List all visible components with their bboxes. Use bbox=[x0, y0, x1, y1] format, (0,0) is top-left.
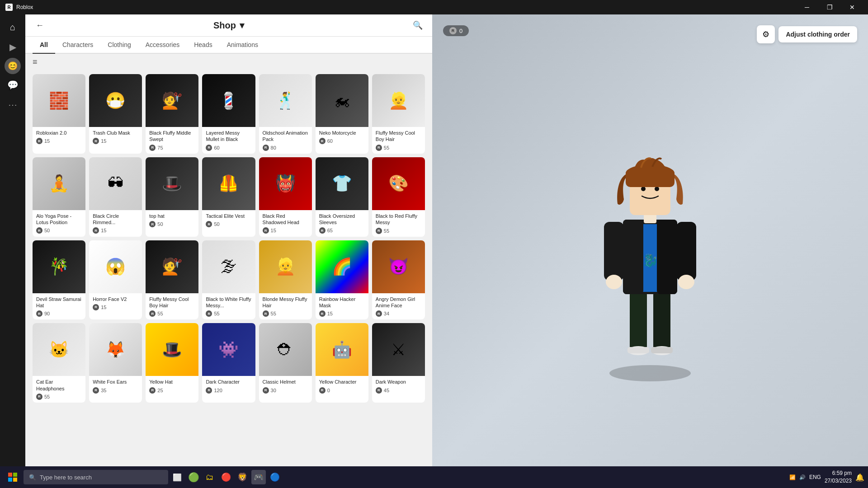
start-button[interactable] bbox=[4, 468, 22, 486]
tab-characters[interactable]: Characters bbox=[55, 37, 100, 54]
robux-coin-icon: R bbox=[149, 310, 156, 317]
svg-rect-10 bbox=[657, 220, 677, 294]
item-card[interactable]: 🐱Cat Ear HeadphonesR55 bbox=[33, 323, 85, 403]
item-name: Black to Red Fluffy Messy bbox=[376, 213, 421, 226]
item-card[interactable]: 🌈Rainbow Hacker MaskR15 bbox=[316, 240, 368, 320]
price-value: 15 bbox=[327, 311, 333, 316]
price-value: 65 bbox=[327, 228, 333, 233]
play-icon: ▶ bbox=[9, 42, 16, 52]
sidebar-item-chat[interactable]: 💬 bbox=[4, 76, 22, 94]
robux-coin-icon: R bbox=[263, 387, 269, 394]
item-thumbnail: 👹 bbox=[259, 157, 312, 210]
item-info: Black Fluffy Middle SweptR75 bbox=[146, 127, 198, 154]
item-card[interactable]: 🏍Neko MotorcycleR60 bbox=[316, 74, 368, 154]
item-card[interactable]: 👱Blonde Messy Fluffy HairR55 bbox=[259, 240, 312, 320]
item-price: R60 bbox=[319, 138, 365, 144]
item-info: Black Oversized SleevesR65 bbox=[316, 210, 368, 237]
item-name: Black Fluffy Middle Swept bbox=[149, 130, 195, 143]
item-name: Black to White Fluffy Messy... bbox=[206, 296, 251, 309]
item-thumbnail: 🎩 bbox=[146, 157, 198, 210]
item-name: Cat Ear Headphones bbox=[36, 379, 82, 392]
item-card[interactable]: 👹Black Red Shadowed HeadR15 bbox=[259, 157, 312, 237]
windows-icon bbox=[8, 472, 18, 482]
item-card[interactable]: 🌫Black to White Fluffy Messy...R55 bbox=[202, 240, 255, 320]
taskbar-spotify[interactable]: 🟢 bbox=[186, 470, 201, 484]
price-value: 55 bbox=[44, 394, 50, 399]
notification-icon[interactable]: 🔔 bbox=[855, 473, 864, 482]
item-card[interactable]: 🕶Black Circle Rimmed...R15 bbox=[89, 157, 142, 237]
item-card[interactable]: ⛑Classic HelmetR30 bbox=[259, 323, 312, 403]
taskbar-app6[interactable]: 🔵 bbox=[268, 470, 282, 484]
sidebar-item-home[interactable]: ⌂ bbox=[4, 18, 22, 36]
sidebar-item-more[interactable]: ⋯ bbox=[4, 96, 22, 114]
tab-accessories[interactable]: Accessories bbox=[138, 37, 187, 54]
sidebar-item-play[interactable]: ▶ bbox=[4, 38, 22, 56]
shop-title-button[interactable]: Shop ▾ bbox=[52, 20, 405, 31]
item-card[interactable]: 🦊White Fox EarsR35 bbox=[89, 323, 142, 403]
item-thumbnail: 💇 bbox=[146, 240, 198, 293]
task-view-icon: ⬜ bbox=[173, 473, 182, 482]
robux-coin-icon: R bbox=[263, 310, 269, 317]
item-info: Black to Red Fluffy MessyR55 bbox=[372, 210, 425, 237]
item-info: Yellow HatR25 bbox=[146, 376, 198, 396]
item-card[interactable]: 👱Fluffy Messy Cool Boy HairR55 bbox=[372, 74, 425, 154]
price-value: 15 bbox=[101, 138, 106, 144]
tab-all[interactable]: All bbox=[33, 37, 55, 54]
item-card[interactable]: 😱Horror Face V2R15 bbox=[89, 240, 142, 320]
tab-heads[interactable]: Heads bbox=[187, 37, 219, 54]
restore-button[interactable]: ❐ bbox=[819, 0, 840, 14]
item-card[interactable]: 🎋Devil Straw Samurai HatR90 bbox=[33, 240, 85, 320]
taskbar-opera[interactable]: 🔴 bbox=[219, 470, 233, 484]
price-value: 50 bbox=[214, 221, 219, 227]
item-thumbnail: 🌫 bbox=[202, 240, 255, 293]
item-card[interactable]: ⚔Dark WeaponR45 bbox=[372, 323, 425, 403]
item-card[interactable]: 😷Trash Club MaskR15 bbox=[89, 74, 142, 154]
item-card[interactable]: 🤖Yellow CharacterR0 bbox=[316, 323, 368, 403]
search-button[interactable]: 🔍 bbox=[410, 18, 425, 33]
item-name: Robloxian 2.0 bbox=[36, 130, 82, 136]
robux-coin-icon: R bbox=[319, 138, 326, 144]
robux-coin-icon: R bbox=[263, 227, 269, 234]
price-value: 45 bbox=[384, 388, 389, 393]
item-card[interactable]: 💈Layered Messy Mullet in BlackR60 bbox=[202, 74, 255, 154]
avatar[interactable]: 😊 bbox=[5, 58, 21, 74]
back-button[interactable]: ← bbox=[33, 18, 47, 33]
price-value: 30 bbox=[271, 388, 276, 393]
item-card[interactable]: 🎩Yellow HatR25 bbox=[146, 323, 198, 403]
item-price: R25 bbox=[149, 387, 195, 394]
item-card[interactable]: 👾Dark CharacterR120 bbox=[202, 323, 255, 403]
item-card[interactable]: 👕Black Oversized SleevesR65 bbox=[316, 157, 368, 237]
item-price: R55 bbox=[36, 394, 82, 400]
item-card[interactable]: 🧘Alo Yoga Pose - Lotus PositionR50 bbox=[33, 157, 85, 237]
item-card[interactable]: 🧱Robloxian 2.0R15 bbox=[33, 74, 85, 154]
filter-icon[interactable]: ≡ bbox=[33, 57, 38, 67]
more-icon: ⋯ bbox=[8, 99, 17, 110]
nav-tabs: All Characters Clothing Accessories Head… bbox=[25, 37, 432, 54]
item-name: Layered Messy Mullet in Black bbox=[206, 130, 251, 143]
tab-animations[interactable]: Animations bbox=[220, 37, 265, 54]
taskbar-roblox[interactable]: 🎮 bbox=[251, 470, 266, 484]
svg-rect-2 bbox=[653, 292, 670, 351]
close-button[interactable]: ✕ bbox=[842, 0, 863, 14]
item-card[interactable]: 🦺Tactical Elite VestR50 bbox=[202, 157, 255, 237]
adjust-clothing-button[interactable]: Adjust clothing order bbox=[778, 26, 857, 42]
item-card[interactable]: 🕺Oldschool Animation PackR80 bbox=[259, 74, 312, 154]
tab-clothing[interactable]: Clothing bbox=[100, 37, 138, 54]
item-price: R55 bbox=[206, 310, 251, 317]
taskbar-task-view[interactable]: ⬜ bbox=[170, 470, 184, 484]
item-name: Blonde Messy Fluffy Hair bbox=[263, 296, 308, 309]
sidebar: ⌂ ▶ 😊 💬 ⋯ bbox=[0, 14, 25, 488]
item-name: Neko Motorcycle bbox=[319, 130, 365, 136]
taskbar-brave[interactable]: 🦁 bbox=[235, 470, 250, 484]
taskbar-search[interactable]: 🔍 Type here to search bbox=[24, 470, 168, 484]
minimize-button[interactable]: ─ bbox=[797, 0, 817, 14]
item-card[interactable]: 😈Angry Demon Girl Anime FaceR34 bbox=[372, 240, 425, 320]
item-name: Rainbow Hacker Mask bbox=[319, 296, 365, 309]
item-card[interactable]: 🎨Black to Red Fluffy MessyR55 bbox=[372, 157, 425, 237]
item-price: R15 bbox=[263, 227, 308, 234]
item-card[interactable]: 💇Black Fluffy Middle SweptR75 bbox=[146, 74, 198, 154]
item-card[interactable]: 💇Fluffy Messy Cool Boy HairR55 bbox=[146, 240, 198, 320]
filter-settings-button[interactable]: ⚙ bbox=[757, 25, 775, 43]
taskbar-file-explorer[interactable]: 🗂 bbox=[203, 470, 217, 484]
item-card[interactable]: 🎩top hatR50 bbox=[146, 157, 198, 237]
